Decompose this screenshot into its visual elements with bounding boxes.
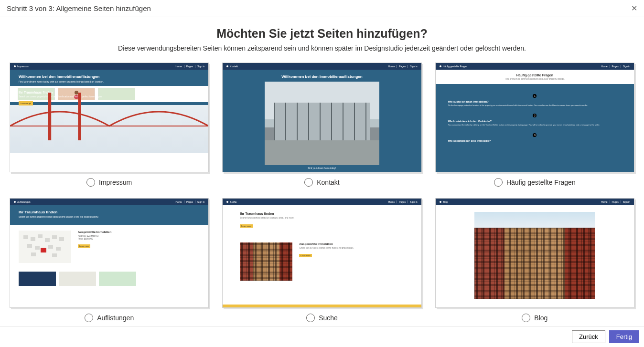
svg-rect-8 xyxy=(38,234,43,238)
preview-nav: Suche HomePagesSign in xyxy=(223,199,421,205)
svg-rect-6 xyxy=(23,235,28,239)
svg-rect-13 xyxy=(35,246,40,250)
svg-rect-11 xyxy=(59,237,64,241)
template-option-impressum[interactable]: Impressum xyxy=(86,178,132,187)
page-heading: Möchten Sie jetzt Seiten hinzufügen? xyxy=(6,27,638,41)
radio-icon[interactable] xyxy=(522,314,530,322)
radio-icon[interactable] xyxy=(306,314,315,322)
radio-icon[interactable] xyxy=(304,178,313,187)
template-option-auflistungen[interactable]: Auflistungen xyxy=(85,314,134,322)
preview-image xyxy=(19,231,71,263)
svg-rect-14 xyxy=(48,245,53,249)
preview-image xyxy=(474,212,595,299)
preview-image xyxy=(240,242,292,281)
radio-icon[interactable] xyxy=(86,178,95,187)
preview-nav: Kontakt HomePagesSign in xyxy=(223,63,421,70)
step-title: Schritt 3 von 3: Allgemeine Seiten hinzu… xyxy=(7,4,151,12)
template-card-auflistungen[interactable]: Auflistungen HomePagesSign in Ihr Traumh… xyxy=(10,198,209,308)
page-subheading: Diese verwendungsbereiten Seiten können … xyxy=(6,44,638,52)
template-card-faq[interactable]: Häufig gestellte Fragen HomePagesSign in… xyxy=(435,63,634,172)
svg-rect-10 xyxy=(52,235,57,239)
template-card-blog[interactable]: Blog HomePagesSign in xyxy=(435,198,634,308)
template-card-suche[interactable]: Suche HomePagesSign in Ihr Traumhaus fin… xyxy=(222,198,421,308)
close-icon[interactable]: ✕ xyxy=(631,4,637,13)
template-option-suche[interactable]: Suche xyxy=(306,314,338,322)
template-card-impressum[interactable]: Impressum HomePagesSign in Willkommen be… xyxy=(10,63,209,172)
template-option-kontakt[interactable]: Kontakt xyxy=(304,178,339,187)
preview-nav: Auflistungen HomePagesSign in xyxy=(10,199,208,205)
radio-icon[interactable] xyxy=(85,314,93,322)
svg-rect-18 xyxy=(41,248,46,252)
radio-icon[interactable] xyxy=(494,178,503,187)
preview-nav: Blog HomePagesSign in xyxy=(436,199,634,205)
preview-image xyxy=(265,82,379,165)
template-option-blog[interactable]: Blog xyxy=(522,314,547,322)
svg-rect-15 xyxy=(56,247,61,251)
svg-rect-9 xyxy=(45,238,50,242)
template-card-kontakt[interactable]: Kontakt HomePagesSign in Willkommen bei … xyxy=(222,63,421,172)
svg-rect-16 xyxy=(31,252,36,256)
bridge-icon xyxy=(10,93,208,140)
preview-nav: Impressum HomePagesSign in xyxy=(10,63,208,70)
preview-nav: Häufig gestellte Fragen HomePagesSign in xyxy=(436,63,634,70)
svg-rect-17 xyxy=(52,253,57,257)
svg-rect-12 xyxy=(27,244,32,248)
template-option-faq[interactable]: Häufig gestellte Fragen xyxy=(494,178,576,187)
svg-rect-7 xyxy=(31,237,35,241)
